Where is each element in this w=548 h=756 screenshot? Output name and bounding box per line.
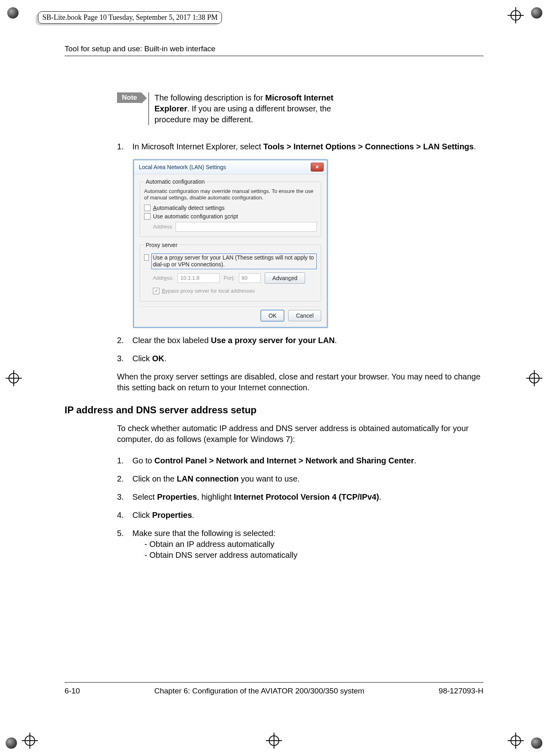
text: B <box>162 288 165 294</box>
text: c <box>289 275 291 281</box>
text-bold: Properties <box>152 511 192 519</box>
step-number: 2. <box>117 473 126 484</box>
text: you want to use. <box>238 474 299 483</box>
printer-dot-icon <box>531 7 542 19</box>
text: . <box>379 492 381 501</box>
steps-list-a-cont: 2. Clear the box labeled Use a proxy ser… <box>117 335 483 364</box>
checkbox-auto-script[interactable]: Use automatic configuration script <box>144 213 317 220</box>
cancel-button[interactable]: Cancel <box>288 310 321 321</box>
checkbox-icon <box>144 205 151 211</box>
sub-item: - Obtain an IP address automatically <box>144 539 297 550</box>
proxy-port-input[interactable]: 80 <box>239 273 261 283</box>
list-item: 5. Make sure that the following is selec… <box>117 528 483 561</box>
paragraph: When the proxy server settings are disab… <box>117 371 483 393</box>
close-button[interactable]: ✕ <box>311 163 324 172</box>
text: Click on the <box>132 474 177 483</box>
text: Click <box>132 511 152 519</box>
text: Advan <box>272 275 289 281</box>
step-text: Go to Control Panel > Network and Intern… <box>132 455 416 466</box>
steps-list-b: 1. Go to Control Panel > Network and Int… <box>117 455 483 561</box>
text: Use a pro <box>153 254 178 261</box>
running-header: Tool for setup and use: Built-in web int… <box>65 44 483 56</box>
text-bold: Properties <box>157 492 197 501</box>
footer-docnum: 98-127093-H <box>439 687 483 695</box>
step-number: 2. <box>117 335 126 346</box>
checkbox-label: Bypass proxy server for local addresses <box>162 288 255 294</box>
note-text: The following description is for Microso… <box>149 92 364 125</box>
list-item: 2. Click on the LAN connection you want … <box>117 473 483 484</box>
section-heading: IP address and DNS server address setup <box>65 404 483 416</box>
text: cript <box>227 213 238 220</box>
step-text: Click Properties. <box>132 510 194 521</box>
text-bold: LAN connection <box>177 474 238 483</box>
text: Select <box>132 492 157 501</box>
text-bold: Use a proxy server for your LAN <box>211 336 335 345</box>
checkbox-label: Use a proxy server for your LAN (These s… <box>151 253 317 269</box>
checkbox-auto-detect[interactable]: Automatically detect settings <box>144 205 317 211</box>
text-bold: OK <box>152 354 164 363</box>
list-item: 4. Click Properties. <box>117 510 483 521</box>
advanced-button[interactable]: Advanced <box>265 272 305 284</box>
group-proxy-server: Proxy server Use a proxy server for your… <box>140 242 321 302</box>
address-label: Address <box>153 224 172 230</box>
group-legend: Automatic configuration <box>144 178 206 185</box>
ok-button[interactable]: OK <box>261 310 284 321</box>
text: ed <box>291 275 298 281</box>
step-number: 4. <box>117 510 126 521</box>
note-badge: Note <box>117 92 141 103</box>
script-address-input[interactable] <box>176 222 317 232</box>
text: A <box>153 205 157 211</box>
content-area: Tool for setup and use: Built-in web int… <box>65 44 483 568</box>
steps-list-a: 1. In Microsoft Internet Explorer, selec… <box>117 141 483 152</box>
text: . <box>192 511 195 519</box>
group-description: Automatic configuration may override man… <box>144 188 317 201</box>
dialog-title: Local Area Network (LAN) Settings <box>139 164 226 170</box>
text: Clear the box labeled <box>132 336 211 345</box>
text: Go to <box>132 456 154 465</box>
page: SB-Lite.book Page 10 Tuesday, September … <box>0 0 548 756</box>
checkbox-bypass-local[interactable]: Bypass proxy server for local addresses <box>153 288 317 294</box>
text: , highlight <box>197 492 234 501</box>
embedded-screenshot: Local Area Network (LAN) Settings ✕ Auto… <box>133 159 483 328</box>
printer-dot-icon <box>6 737 17 749</box>
list-item: 3. Select Properties, highlight Internet… <box>117 492 483 503</box>
group-legend: Proxy server <box>144 242 179 248</box>
proxy-address-input[interactable]: 10.1.1.8 <box>178 273 220 283</box>
step-text: Make sure that the following is selected… <box>132 528 297 561</box>
text: . <box>474 142 476 151</box>
printer-crosshair-icon <box>6 370 22 386</box>
printer-crosshair-icon <box>22 733 38 749</box>
text: e <box>164 275 167 281</box>
checkbox-use-proxy[interactable]: Use a proxy server for your LAN (These s… <box>144 253 317 269</box>
proxy-port-label: Port: <box>224 275 234 281</box>
list-item: 1. Go to Control Panel > Network and Int… <box>117 455 483 466</box>
checkbox-icon <box>144 254 149 261</box>
checkbox-label: Use automatic configuration script <box>153 213 238 220</box>
page-footer: 6-10 Chapter 6: Configuration of the AVI… <box>65 682 483 695</box>
list-item: 3. Click OK. <box>117 353 483 364</box>
text: . <box>335 336 337 345</box>
printer-crosshair-icon <box>508 7 524 23</box>
group-automatic-configuration: Automatic configuration Automatic config… <box>140 178 321 237</box>
list-item: 1. In Microsoft Internet Explorer, selec… <box>117 141 483 152</box>
step-number: 1. <box>117 455 126 466</box>
checkbox-icon <box>153 288 159 294</box>
text: Addr <box>153 275 164 281</box>
printer-crosshair-icon <box>508 733 524 749</box>
text: ypass proxy server for local addresses <box>165 288 255 294</box>
sub-item: - Obtain DNS server address automaticall… <box>144 550 297 561</box>
text-bold: Internet Protocol Version 4 (TCP/IPv4) <box>234 492 379 501</box>
text: The following description is for <box>155 93 266 102</box>
printer-dot-icon <box>7 7 19 19</box>
note-block: Note The following description is for Mi… <box>117 92 483 125</box>
step-text: Click on the LAN connection you want to … <box>132 473 300 484</box>
list-item: 2. Clear the box labeled Use a proxy ser… <box>117 335 483 346</box>
step-text: Select Properties, highlight Internet Pr… <box>132 492 381 503</box>
step-number: 3. <box>117 492 126 503</box>
text: utomatically detect settings <box>157 205 224 211</box>
text: . <box>414 456 416 465</box>
checkbox-icon <box>144 213 151 220</box>
print-meta-note: SB-Lite.book Page 10 Tuesday, September … <box>38 11 222 24</box>
lan-settings-dialog: Local Area Network (LAN) Settings ✕ Auto… <box>133 159 328 328</box>
printer-crosshair-icon <box>526 370 542 386</box>
